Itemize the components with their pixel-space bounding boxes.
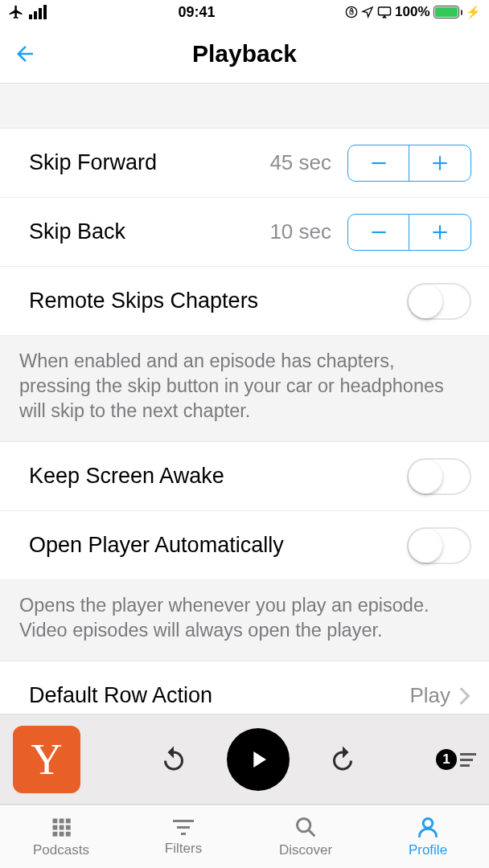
tab-discover-label: Discover — [279, 842, 332, 858]
skip-back-stepper — [347, 214, 471, 251]
tab-bar: Podcasts Filters Discover Profile — [0, 805, 489, 868]
skip-back-value: 10 sec — [269, 219, 331, 244]
skip-back-label: Skip Back — [29, 219, 125, 244]
svg-point-30 — [423, 818, 433, 828]
svg-rect-17 — [60, 818, 64, 823]
queue-count-badge: 1 — [436, 749, 457, 770]
default-row-label: Default Row Action — [29, 683, 212, 708]
svg-rect-24 — [66, 831, 71, 836]
svg-rect-7 — [372, 162, 385, 163]
location-icon — [361, 6, 374, 18]
status-bar: 09:41 100% ⚡ — [0, 0, 489, 24]
airplane-mode-icon — [8, 4, 24, 20]
default-row-value: Play — [409, 683, 450, 708]
tab-profile-label: Profile — [409, 842, 447, 858]
filter-icon — [171, 817, 195, 837]
signal-icon — [29, 5, 48, 19]
open-player-row: Open Player Automatically — [0, 511, 489, 580]
tab-podcasts[interactable]: Podcasts — [0, 805, 122, 868]
keep-awake-label: Keep Screen Awake — [29, 464, 224, 489]
svg-rect-1 — [34, 11, 37, 19]
play-button[interactable] — [227, 728, 290, 791]
open-player-label: Open Player Automatically — [29, 533, 284, 558]
svg-line-29 — [309, 829, 314, 835]
svg-rect-12 — [439, 225, 441, 239]
mini-player[interactable]: Y 1 — [0, 714, 489, 805]
skip-forward-stepper — [347, 145, 471, 182]
svg-rect-6 — [379, 7, 391, 15]
nav-bar: Playback — [0, 24, 489, 84]
battery-icon — [434, 6, 463, 18]
album-art-letter: Y — [31, 735, 63, 784]
svg-rect-13 — [460, 753, 476, 755]
svg-rect-14 — [460, 759, 473, 761]
svg-rect-18 — [66, 818, 71, 823]
keep-awake-toggle[interactable] — [407, 458, 471, 495]
charging-icon: ⚡ — [466, 5, 481, 19]
svg-rect-2 — [39, 8, 42, 19]
open-player-toggle[interactable] — [407, 527, 471, 564]
svg-rect-19 — [53, 825, 58, 829]
profile-icon — [417, 816, 439, 838]
tab-filters[interactable]: Filters — [122, 805, 244, 868]
page-title: Playback — [192, 40, 297, 68]
airplay-icon — [377, 6, 392, 18]
remote-skips-hint: When enabled and an episode has chapters… — [0, 336, 489, 442]
orientation-lock-icon — [345, 6, 358, 18]
skip-forward-icon[interactable] — [328, 745, 357, 774]
skip-back-row: Skip Back 10 sec — [0, 198, 489, 267]
section-gap — [0, 84, 489, 129]
svg-rect-21 — [66, 825, 71, 829]
svg-rect-15 — [460, 764, 470, 767]
skip-forward-row: Skip Forward 45 sec — [0, 129, 489, 198]
chevron-right-icon — [458, 687, 471, 705]
svg-rect-27 — [181, 833, 186, 835]
skip-forward-label: Skip Forward — [29, 150, 157, 175]
svg-rect-20 — [60, 825, 64, 829]
skip-back-minus-button[interactable] — [348, 215, 409, 250]
tab-filters-label: Filters — [165, 841, 202, 857]
battery-pct-label: 100% — [395, 4, 429, 20]
grid-icon — [50, 816, 72, 838]
svg-rect-10 — [372, 231, 385, 232]
skip-back-icon[interactable] — [159, 745, 188, 774]
skip-forward-plus-button[interactable] — [409, 145, 471, 181]
skip-back-plus-button[interactable] — [409, 215, 471, 250]
svg-rect-16 — [53, 818, 58, 823]
keep-awake-row: Keep Screen Awake — [0, 442, 489, 511]
queue-list-icon — [460, 752, 476, 767]
remote-skips-toggle[interactable] — [407, 283, 471, 320]
remote-skips-row: Remote Skips Chapters — [0, 267, 489, 336]
skip-forward-minus-button[interactable] — [348, 145, 409, 181]
tab-discover[interactable]: Discover — [244, 805, 367, 868]
back-button[interactable] — [13, 42, 37, 66]
skip-forward-value: 45 sec — [269, 150, 331, 175]
queue-button[interactable]: 1 — [436, 749, 476, 770]
album-art[interactable]: Y — [13, 726, 80, 793]
status-time: 09:41 — [178, 4, 215, 21]
remote-skips-label: Remote Skips Chapters — [29, 289, 258, 313]
svg-rect-9 — [439, 156, 441, 170]
svg-rect-25 — [173, 820, 194, 822]
svg-rect-23 — [60, 831, 64, 836]
tab-profile[interactable]: Profile — [367, 805, 489, 868]
open-player-hint: Opens the player whenever you play an ep… — [0, 580, 489, 661]
svg-rect-3 — [43, 5, 47, 19]
svg-rect-22 — [53, 831, 58, 836]
search-icon — [294, 816, 317, 838]
svg-rect-26 — [177, 826, 190, 829]
tab-podcasts-label: Podcasts — [33, 842, 89, 858]
svg-rect-0 — [29, 14, 32, 19]
